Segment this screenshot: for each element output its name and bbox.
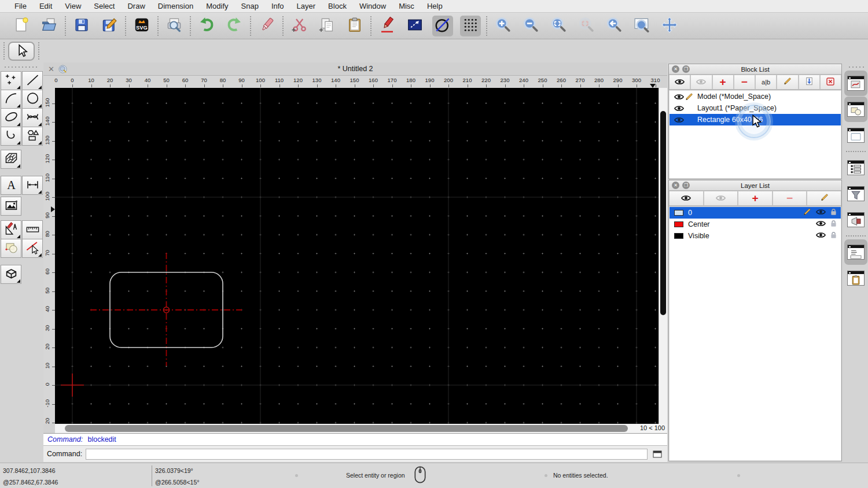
layer-color-swatch[interactable]: [674, 233, 683, 239]
shapes-dock-toggle-button[interactable]: [844, 97, 867, 122]
menu-select[interactable]: Select: [87, 0, 121, 13]
circle-tool-button[interactable]: [22, 90, 43, 109]
edit-pencil-icon[interactable]: [803, 208, 811, 218]
drawing-canvas[interactable]: [55, 88, 659, 424]
dock-drag-handle[interactable]: [848, 66, 864, 68]
menu-help[interactable]: Help: [421, 0, 449, 13]
detach-command-widget-button[interactable]: [651, 449, 664, 459]
redo-button[interactable]: [224, 16, 245, 36]
menu-dimension[interactable]: Dimension: [152, 0, 200, 13]
visibility-eye-icon[interactable]: [816, 209, 826, 217]
shape-tool-button[interactable]: [22, 127, 43, 146]
grid-toggle-button[interactable]: [460, 16, 481, 36]
remove-layer-button[interactable]: −: [773, 191, 807, 206]
add-layer-button[interactable]: +: [738, 191, 773, 206]
svg-export-button[interactable]: SVG: [131, 16, 152, 36]
lock-icon[interactable]: [830, 208, 837, 217]
save-as-button[interactable]: [99, 16, 120, 36]
zoom-pan-button[interactable]: [659, 16, 680, 36]
rename-block-button[interactable]: a|b: [755, 75, 777, 90]
block-3d-tool-button[interactable]: [1, 265, 21, 284]
insert-block-button[interactable]: [799, 75, 820, 90]
horizontal-scrollbar[interactable]: 10 < 100: [55, 424, 667, 433]
zoom-in-button[interactable]: [492, 16, 513, 36]
zoom-previous-button[interactable]: [604, 16, 624, 36]
delete-entities-button[interactable]: [256, 16, 277, 36]
arc-tool-button[interactable]: [1, 90, 21, 109]
cut-button[interactable]: [289, 16, 310, 36]
add-block-button[interactable]: +: [712, 75, 734, 90]
projector-dock-toggle-button[interactable]: [844, 207, 867, 232]
layer-color-swatch[interactable]: [674, 210, 683, 216]
command-dock-toggle-button[interactable]: [844, 239, 867, 265]
menu-view[interactable]: View: [58, 0, 87, 13]
dimension-tool-button[interactable]: [22, 176, 43, 195]
menu-file[interactable]: File: [8, 0, 33, 13]
menu-draw[interactable]: Draw: [121, 0, 151, 13]
menu-layer[interactable]: Layer: [290, 0, 322, 13]
new-file-button[interactable]: [11, 16, 32, 36]
menu-block[interactable]: Block: [322, 0, 353, 13]
line-tool-button[interactable]: [22, 71, 43, 90]
zoom-window-button[interactable]: [631, 16, 652, 36]
visibility-eye-icon[interactable]: [816, 232, 826, 240]
paste-button[interactable]: [344, 16, 365, 36]
layer-list-row[interactable]: Center: [670, 219, 841, 230]
spline-tool-button[interactable]: [22, 108, 43, 127]
menu-edit[interactable]: Edit: [33, 0, 58, 13]
menu-modify[interactable]: Modify: [200, 0, 234, 13]
painter-dock-toggle-button[interactable]: [844, 71, 867, 96]
point-tool-button[interactable]: [1, 71, 21, 90]
properties-button[interactable]: [404, 16, 425, 36]
image-tool-button[interactable]: [1, 197, 21, 216]
horizontal-scroll-thumb[interactable]: [65, 425, 628, 432]
select-entity-tool-button[interactable]: [22, 239, 43, 258]
clipboard-dock-toggle-button[interactable]: [844, 265, 867, 291]
draw-misc-tool-button[interactable]: [1, 220, 21, 239]
menu-window[interactable]: Window: [353, 0, 392, 13]
print-preview-button[interactable]: [164, 16, 185, 36]
visibility-eye-icon[interactable]: [674, 105, 685, 112]
modify-tool-button[interactable]: [1, 239, 21, 258]
toolbar-drag-handle[interactable]: [3, 42, 5, 60]
attributes-pen-button[interactable]: [377, 16, 398, 36]
menu-misc[interactable]: Misc: [392, 0, 421, 13]
text-tool-button[interactable]: A: [1, 176, 21, 195]
edit-pencil-icon[interactable]: [685, 93, 697, 101]
palette-drag-handle[interactable]: [3, 66, 39, 68]
copy-button[interactable]: [317, 16, 337, 36]
delete-block-button[interactable]: [820, 75, 841, 90]
hide-all-blocks-button[interactable]: [690, 75, 712, 90]
menu-snap[interactable]: Snap: [235, 0, 265, 13]
zoom-out-button[interactable]: [520, 16, 541, 36]
zoom-auto-button[interactable]: [548, 16, 569, 36]
block-list-row[interactable]: Model (*Model_Space): [670, 91, 841, 102]
toolbar-drag-handle[interactable]: [38, 42, 39, 60]
edit-block-button[interactable]: [777, 75, 798, 90]
hatch-tool-button[interactable]: [1, 150, 21, 169]
visibility-eye-icon[interactable]: [674, 117, 685, 123]
lock-icon[interactable]: [830, 220, 837, 229]
layer-color-swatch[interactable]: [674, 221, 683, 227]
filter-dock-toggle-button[interactable]: [844, 181, 867, 206]
vertical-scrollbar[interactable]: [659, 88, 667, 424]
edit-layer-button[interactable]: [807, 191, 841, 206]
ellipse-tool-button[interactable]: [1, 108, 21, 127]
layer-list-row[interactable]: Visible: [670, 230, 841, 242]
lock-icon[interactable]: [830, 231, 837, 241]
undo-button[interactable]: [196, 16, 217, 36]
hide-all-layers-button[interactable]: [704, 191, 738, 206]
remove-block-button[interactable]: −: [734, 75, 755, 90]
draft-mode-button[interactable]: [432, 16, 453, 36]
visibility-eye-icon[interactable]: [816, 220, 826, 228]
save-button[interactable]: [71, 16, 92, 36]
polyline-tool-button[interactable]: [1, 127, 21, 146]
menu-info[interactable]: Info: [265, 0, 290, 13]
vertical-scroll-thumb[interactable]: [660, 111, 666, 315]
show-all-blocks-button[interactable]: [669, 75, 690, 90]
selection-tool-button[interactable]: [8, 42, 35, 61]
zoom-selection-button[interactable]: [576, 16, 597, 36]
library-dock-toggle-button[interactable]: [844, 123, 867, 148]
measure-tool-button[interactable]: [22, 220, 43, 239]
open-file-button[interactable]: [39, 16, 60, 36]
